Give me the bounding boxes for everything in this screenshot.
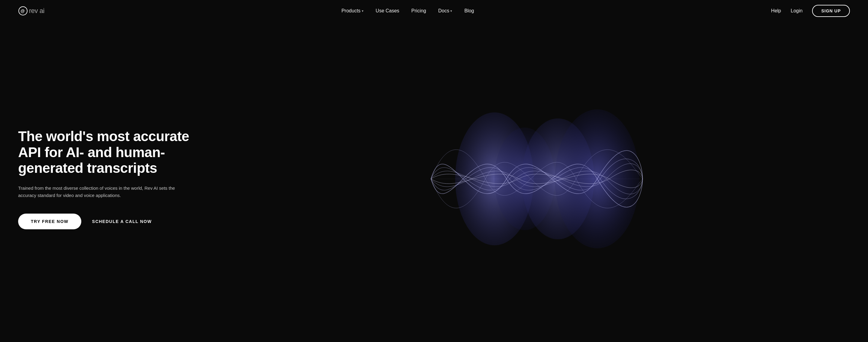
hero-section: The world's most accurate API for AI- an…	[0, 22, 868, 342]
logo-icon: @	[18, 6, 28, 16]
nav-center-links: Products ▾ Use Cases Pricing Docs ▾ Blog	[342, 8, 474, 13]
nav-link-pricing[interactable]: Pricing	[411, 8, 426, 13]
logo-text: rev ai	[29, 7, 44, 15]
signup-button[interactable]: SIGN UP	[812, 5, 850, 17]
hero-visual	[206, 103, 850, 254]
nav-right-links: Help Login SIGN UP	[771, 5, 850, 17]
chevron-down-icon: ▾	[450, 9, 452, 13]
wave-visualization	[215, 103, 859, 254]
nav-link-use-cases[interactable]: Use Cases	[376, 8, 399, 13]
logo[interactable]: @ rev ai	[18, 6, 44, 16]
navbar: @ rev ai Products ▾ Use Cases Pricing Do…	[0, 0, 868, 22]
hero-buttons: TRY FREE NOW SCHEDULE A CALL NOW	[18, 214, 206, 229]
chevron-down-icon: ▾	[362, 9, 364, 13]
hero-description: Trained from the most diverse collection…	[18, 185, 175, 199]
hero-title: The world's most accurate API for AI- an…	[18, 128, 206, 177]
schedule-call-button[interactable]: SCHEDULE A CALL NOW	[92, 219, 152, 224]
nav-link-products[interactable]: Products ▾	[342, 8, 364, 13]
hero-content: The world's most accurate API for AI- an…	[18, 128, 206, 229]
nav-link-docs[interactable]: Docs ▾	[438, 8, 452, 13]
nav-link-help[interactable]: Help	[771, 8, 781, 13]
nav-link-login[interactable]: Login	[790, 8, 802, 13]
svg-text:@: @	[21, 8, 25, 13]
try-free-button[interactable]: TRY FREE NOW	[18, 214, 81, 229]
nav-link-blog[interactable]: Blog	[464, 8, 474, 13]
